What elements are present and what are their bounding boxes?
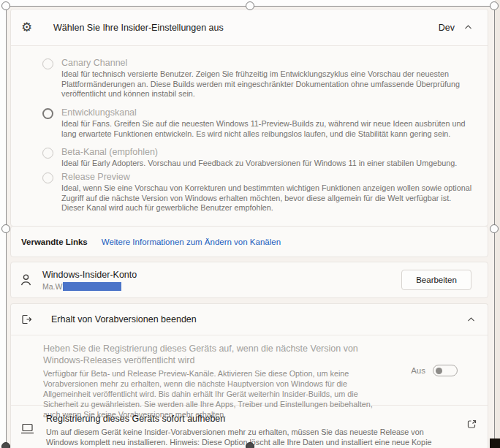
insider-settings-expander-header[interactable]: ⚙ Wählen Sie Ihre Insider-Einstellungen …	[11, 10, 488, 46]
selection-handle-bottom-center[interactable]	[246, 442, 254, 448]
channel-description: Ideal, wenn Sie eine Vorschau von Korrek…	[61, 183, 474, 213]
laptop-icon	[20, 422, 34, 435]
account-title: Windows-Insider-Konto	[42, 270, 137, 281]
unenroll-next-release-row: Heben Sie die Registrierung dieses Gerät…	[11, 335, 488, 405]
stop-previews-expander-header[interactable]: Erhalt von Vorabversionen beenden	[11, 304, 488, 335]
unenroll-now-title: Registrierung dieses Geräts sofort aufhe…	[46, 414, 444, 425]
unenroll-toggle[interactable]	[433, 365, 458, 376]
insider-account-card: Windows-Insider-Konto Ma.W Bearbeiten	[10, 262, 488, 298]
change-channels-link[interactable]: Weitere Informationen zum Ändern von Kan…	[102, 238, 281, 246]
account-email-redaction	[63, 282, 121, 291]
person-icon	[20, 273, 32, 287]
unenroll-now-description: Um auf diesem Gerät keine Insider-Vorabv…	[46, 427, 444, 448]
radio-canary[interactable]	[42, 58, 53, 69]
channel-description: Ideal für technisch versierte Benutzer. …	[61, 69, 474, 99]
channel-option-canary[interactable]: Canary Channel Ideal für technisch versi…	[42, 58, 474, 99]
channel-option-release-preview[interactable]: Release Preview Ideal, wenn Sie eine Vor…	[42, 172, 474, 213]
toggle-state-label: Aus	[411, 366, 425, 375]
selection-handle-top-right[interactable]	[490, 1, 499, 10]
selection-handle-mid-right[interactable]	[490, 224, 499, 233]
channel-label: Entwicklungskanal	[61, 107, 474, 118]
radio-release-preview[interactable]	[42, 172, 53, 183]
channel-label: Release Preview	[61, 172, 474, 182]
selected-channel-value: Dev	[439, 23, 455, 33]
stop-previews-title: Erhalt von Vorabversionen beenden	[51, 314, 197, 324]
stop-previews-card: Erhalt von Vorabversionen beenden Heben …	[10, 303, 488, 448]
chevron-up-icon[interactable]	[463, 23, 473, 32]
channel-label: Canary Channel	[61, 58, 474, 68]
edit-account-button[interactable]: Bearbeiten	[401, 270, 471, 290]
related-links-card: Verwandte Links Weitere Informationen zu…	[10, 226, 488, 257]
related-links-label: Verwandte Links	[21, 238, 88, 246]
radio-beta[interactable]	[42, 148, 53, 159]
radio-dev-selected[interactable]	[42, 108, 53, 119]
channel-option-beta[interactable]: Beta-Kanal (empfohlen) Ideal für Early A…	[42, 147, 474, 169]
channel-label: Beta-Kanal (empfohlen)	[61, 147, 474, 157]
external-link-icon[interactable]	[466, 419, 477, 430]
selection-handle-bottom-left[interactable]	[1, 442, 10, 448]
settings-page: ⚙ Wählen Sie Ihre Insider-Einstellungen …	[0, 0, 500, 448]
window-corner-fragment	[490, 438, 500, 448]
account-email-prefix: Ma.W	[42, 282, 62, 291]
channel-option-dev[interactable]: Entwicklungskanal Ideal für Fans. Greife…	[42, 107, 474, 139]
channel-description: Ideal für Fans. Greifen Sie auf die neue…	[61, 119, 474, 139]
channel-radio-group: Canary Channel Ideal für technisch versi…	[11, 46, 488, 227]
selection-handle-top-left[interactable]	[1, 1, 10, 10]
unenroll-next-release-title: Heben Sie die Registrierung dieses Gerät…	[43, 343, 393, 366]
gear-icon: ⚙	[21, 21, 34, 34]
insider-settings-title: Wählen Sie Ihre Insider-Einstellungen au…	[53, 23, 224, 33]
selection-handle-mid-left[interactable]	[1, 224, 10, 233]
channel-description: Ideal für Early Adopters. Vorschau und F…	[61, 159, 474, 169]
chevron-up-icon[interactable]	[466, 315, 476, 324]
selection-handle-top-center[interactable]	[246, 1, 254, 10]
toggle-knob	[436, 368, 442, 374]
insider-settings-card: ⚙ Wählen Sie Ihre Insider-Einstellungen …	[10, 9, 488, 227]
exit-door-icon	[20, 314, 32, 325]
